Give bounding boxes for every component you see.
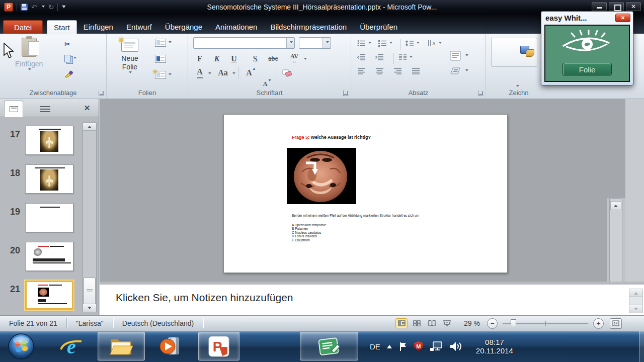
align-left-button[interactable] xyxy=(357,68,366,75)
shrink-font-button[interactable]: A xyxy=(259,78,272,90)
scroll-up-button[interactable] xyxy=(83,123,96,131)
slide-thumbnail-18[interactable] xyxy=(25,164,73,194)
font-size-caret-icon[interactable] xyxy=(323,38,331,48)
reset-button[interactable] xyxy=(155,55,166,63)
show-desktop-button[interactable] xyxy=(639,331,644,362)
gallery-caret-icon[interactable] xyxy=(516,85,519,88)
dialog-launcher-icon[interactable] xyxy=(478,90,484,96)
scroll-up-button[interactable] xyxy=(610,201,621,210)
tab-uebergaenge[interactable]: Übergänge xyxy=(158,20,209,34)
copy-button[interactable] xyxy=(64,55,76,62)
notes-pane[interactable]: Klicken Sie, um Notizen hinzuzufügen xyxy=(100,282,644,315)
decrease-indent-button[interactable] xyxy=(357,54,366,61)
redo-icon[interactable] xyxy=(48,3,54,12)
numbering-button[interactable] xyxy=(378,40,392,47)
font-color-caret-icon[interactable] xyxy=(208,72,211,76)
slide-thumbnail-20[interactable] xyxy=(25,242,73,271)
powerpoint-taskbar-button[interactable]: P xyxy=(198,332,239,360)
tab-start[interactable]: Start xyxy=(47,20,77,34)
underline-button[interactable]: U xyxy=(227,53,240,64)
convert-to-smartart-button[interactable] xyxy=(450,66,468,76)
paste-button[interactable]: Einfügen xyxy=(15,38,43,72)
format-painter-button[interactable] xyxy=(64,70,73,78)
scrollbar-thumb[interactable] xyxy=(84,278,96,305)
line-spacing-button[interactable] xyxy=(406,40,420,47)
zoom-out-button[interactable]: − xyxy=(487,318,498,329)
brain-cross-section-image[interactable] xyxy=(287,148,356,204)
increase-indent-button[interactable] xyxy=(375,54,384,61)
tab-datei[interactable]: Datei xyxy=(3,20,43,34)
tab-entwurf[interactable]: Entwurf xyxy=(120,20,158,34)
action-center-flag-icon[interactable] xyxy=(398,341,408,351)
new-slide-button[interactable]: ✳ Neue Folie xyxy=(114,39,146,75)
volume-icon[interactable] xyxy=(449,341,462,352)
bullets-button[interactable] xyxy=(357,40,371,47)
character-spacing-button[interactable]: AV xyxy=(288,53,301,64)
font-name-caret-icon[interactable] xyxy=(286,38,294,48)
reading-view-button[interactable] xyxy=(426,318,438,328)
minimize-button[interactable] xyxy=(592,2,607,11)
network-icon[interactable] xyxy=(430,341,443,351)
dialog-launcher-icon[interactable] xyxy=(99,90,104,96)
change-case-caret-icon[interactable] xyxy=(232,72,235,76)
align-text-button[interactable] xyxy=(450,51,468,61)
notes-placeholder[interactable]: Klicken Sie, um Notizen hinzuzufügen xyxy=(116,292,293,304)
zoom-slider-thumb[interactable] xyxy=(511,319,516,327)
start-button[interactable] xyxy=(6,332,36,360)
customize-quick-access-icon[interactable] xyxy=(61,5,65,10)
slide-sorter-view-button[interactable] xyxy=(411,318,423,328)
font-color-button[interactable]: A xyxy=(193,67,206,78)
spacing-caret-icon[interactable] xyxy=(304,58,307,61)
tab-animationen[interactable]: Animationen xyxy=(209,20,264,34)
justify-button[interactable] xyxy=(412,68,420,75)
undo-caret-icon[interactable] xyxy=(42,6,45,9)
fit-to-window-button[interactable] xyxy=(610,318,622,329)
tab-bildschirmpraesentation[interactable]: Bildschirmpräsentation xyxy=(264,20,353,34)
scroll-up-button[interactable] xyxy=(629,289,642,297)
save-icon[interactable] xyxy=(21,4,28,11)
language-indicator[interactable]: Deutsch (Deutschland) xyxy=(113,319,203,327)
easy-whiteboard-window[interactable]: easy Whit... Folie xyxy=(541,11,633,85)
tab-folien[interactable] xyxy=(4,101,23,117)
scroll-down-button[interactable] xyxy=(629,305,642,313)
scroll-down-button[interactable] xyxy=(83,304,96,312)
close-pane-icon[interactable] xyxy=(80,102,94,114)
keyboard-language-indicator[interactable]: DE xyxy=(370,342,380,351)
cut-button[interactable] xyxy=(64,40,71,49)
windows-explorer-button[interactable] xyxy=(98,332,145,360)
align-right-button[interactable] xyxy=(393,68,402,75)
italic-button[interactable]: K xyxy=(210,53,223,64)
media-player-button[interactable] xyxy=(154,332,185,360)
easy-whiteboard-taskbar-button[interactable] xyxy=(300,332,358,360)
change-case-button[interactable]: Aa xyxy=(216,67,229,78)
folie-button[interactable]: Folie xyxy=(562,63,612,76)
layout-button[interactable] xyxy=(155,39,172,47)
thumbnails-scrollbar[interactable] xyxy=(83,122,97,312)
slide-thumbnail-17[interactable] xyxy=(25,126,73,155)
notes-scrollbar[interactable] xyxy=(629,289,643,313)
text-shadow-button[interactable]: S xyxy=(249,53,262,64)
show-hidden-icons-icon[interactable] xyxy=(387,342,392,348)
strikethrough-button[interactable]: abe xyxy=(267,53,280,64)
zoom-slider[interactable] xyxy=(503,323,588,324)
close-button[interactable] xyxy=(626,2,641,11)
tab-gliederung[interactable] xyxy=(34,103,56,116)
powerpoint-app-icon[interactable]: P xyxy=(4,3,13,12)
section-button[interactable]: ✳ xyxy=(155,71,172,79)
normal-view-button[interactable] xyxy=(395,318,408,328)
slide-thumbnail-19[interactable] xyxy=(25,203,73,232)
tab-ueberpruefen[interactable]: Überprüfen xyxy=(353,20,404,34)
font-size-combobox[interactable] xyxy=(299,37,331,49)
slideshow-view-button[interactable] xyxy=(441,318,453,328)
columns-button[interactable] xyxy=(398,54,413,61)
slide-thumbnail-21-selected[interactable] xyxy=(25,281,73,310)
mcafee-shield-icon[interactable]: M xyxy=(414,341,423,351)
dialog-launcher-icon[interactable] xyxy=(343,90,349,96)
tab-einfuegen[interactable]: Einfügen xyxy=(77,20,120,34)
maximize-button[interactable] xyxy=(609,2,624,11)
zoom-in-button[interactable]: + xyxy=(593,318,604,329)
internet-explorer-button[interactable]: e xyxy=(55,332,88,360)
text-direction-button[interactable]: A xyxy=(428,40,442,47)
slide-canvas[interactable]: Frage 5: Welche Aussage ist richtig? xyxy=(223,114,508,273)
font-name-combobox[interactable] xyxy=(193,37,295,49)
